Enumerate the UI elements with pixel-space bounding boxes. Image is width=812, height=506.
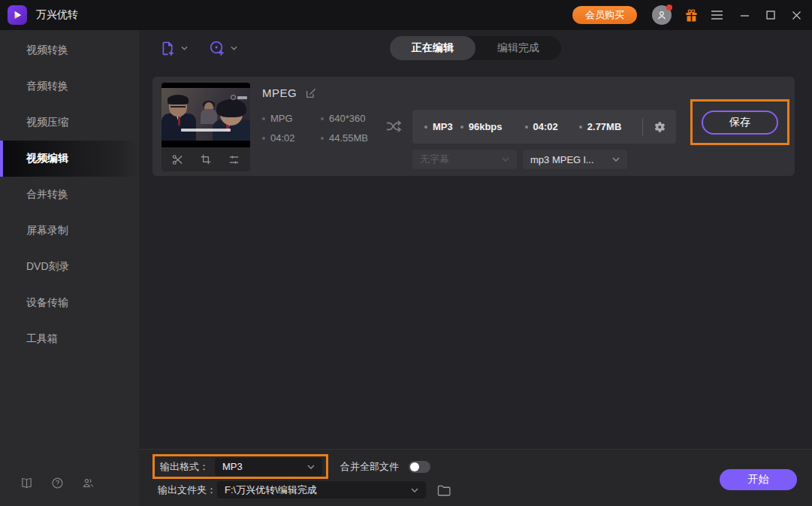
watermark-logo [231,95,247,100]
sidebar-nav: 视频转换 音频转换 视频压缩 视频编辑 合并转换 屏幕录制 DVD刻录 设备传输… [0,30,139,357]
output-folder-value: F:\万兴优转\编辑完成 [225,483,317,497]
sidebar-item-device-transfer[interactable]: 设备传输 [0,285,139,321]
add-file-button[interactable] [160,41,188,56]
source-size: 44.55MB [321,132,368,144]
app-window: 万兴优转 会员购买 视频转换 音频转换 [0,0,812,506]
effects-adjust-icon[interactable] [228,153,240,166]
chevron-down-icon [612,157,620,162]
user-icon [657,10,667,20]
sidebar-item-audio-convert[interactable]: 音频转换 [0,68,139,105]
thumbnail-scene [161,88,250,141]
convert-shuffle-icon [385,119,403,137]
output-format-label: 输出格式： [160,460,209,474]
main-panel: 正在编辑 编辑完成 [139,30,812,506]
thumbnail-subtitle [181,129,231,132]
save-highlight-annotation: 保存 [690,99,789,145]
account-avatar[interactable] [652,5,672,25]
app-logo-icon [8,5,27,25]
chevron-down-icon [307,465,315,469]
subtitle-dropdown[interactable]: 无字幕 [412,150,517,169]
edit-tools-row [161,147,250,171]
video-thumbnail [161,83,250,147]
source-format: MPG [262,113,321,124]
sidebar-item-toolbox[interactable]: 工具箱 [0,321,139,357]
open-folder-icon[interactable] [437,484,451,496]
crop-icon[interactable] [200,153,212,165]
sidebar-item-merge-convert[interactable]: 合并转换 [0,177,139,213]
tab-editing[interactable]: 正在编辑 [390,36,475,60]
notification-dot [666,5,672,11]
source-resolution: 640*360 [321,113,368,124]
source-info: MPG 640*360 04:02 44.55MB [262,113,368,144]
sidebar-footer [20,477,95,489]
sidebar-item-dvd-burn[interactable]: DVD刻录 [0,249,139,285]
output-duration: 04:02 [525,121,558,132]
guide-book-icon[interactable] [20,477,33,489]
source-duration: 04:02 [262,132,321,144]
footer-bar: 输出格式： MP3 合并全部文件 输出文件夹： F:\万兴优转\编辑完成 [139,449,812,506]
maximize-icon[interactable] [766,11,775,20]
merge-all-toggle[interactable] [409,461,430,473]
video-thumbnail-block [161,83,250,171]
sidebar-item-video-convert[interactable]: 视频转换 [0,32,139,68]
settings-gear-icon[interactable] [653,120,666,134]
hamburger-menu-icon[interactable] [711,10,723,20]
output-info-box: MP3 96kbps 04:02 2.77MB [412,110,676,144]
add-file-icon [160,41,176,56]
minimize-icon[interactable] [740,11,750,20]
add-dvd-button[interactable] [209,40,237,56]
sidebar: 视频转换 音频转换 视频压缩 视频编辑 合并转换 屏幕录制 DVD刻录 设备传输… [0,30,139,506]
subtitle-dropdown-value: 无字幕 [420,153,449,166]
output-folder-dropdown[interactable]: F:\万兴优转\编辑完成 [217,481,426,498]
toggle-knob [410,462,419,471]
save-button[interactable]: 保存 [702,111,778,135]
close-icon[interactable] [792,11,801,20]
chevron-down-icon [502,157,509,162]
file-title-row: MPEG [262,86,317,99]
sidebar-item-video-edit[interactable]: 视频编辑 [0,141,139,177]
output-format-dropdown[interactable]: MP3 [215,458,322,476]
chevron-down-icon [411,488,418,492]
output-format-value: MP3 [222,461,243,472]
output-folder-label: 输出文件夹： [158,483,216,497]
trim-scissors-icon[interactable] [171,153,184,166]
file-card: MPEG MPG 640*360 04:02 44.55MB MP3 [152,77,795,176]
sidebar-item-screen-record[interactable]: 屏幕录制 [0,213,139,249]
output-size: 2.77MB [579,121,622,132]
audio-format-dropdown-value: mp3 MPEG l... [530,154,594,165]
output-format-highlight-annotation: 输出格式： MP3 [152,454,328,479]
community-icon[interactable] [82,477,95,489]
file-format-title: MPEG [262,86,297,99]
editing-tabs: 正在编辑 编辑完成 [390,36,561,60]
audio-format-dropdown[interactable]: mp3 MPEG l... [523,150,627,169]
membership-buy-button[interactable]: 会员购买 [572,6,637,24]
merge-all-row: 合并全部文件 [340,454,430,479]
tab-edit-finished[interactable]: 编辑完成 [475,36,561,60]
titlebar: 万兴优转 会员购买 [0,0,812,30]
app-title: 万兴优转 [36,8,78,22]
help-icon[interactable] [51,477,64,489]
divider [642,118,643,136]
output-folder-row: 输出文件夹： F:\万兴优转\编辑完成 [158,481,451,498]
main-toolbar: 正在编辑 编辑完成 [139,30,812,66]
output-bitrate: 96kbps [460,121,503,132]
sidebar-item-video-compress[interactable]: 视频压缩 [0,105,139,141]
add-dvd-icon [209,40,225,56]
chevron-down-icon [231,46,237,50]
output-format: MP3 [424,121,453,132]
rename-edit-icon[interactable] [305,87,317,99]
merge-all-label: 合并全部文件 [340,460,399,474]
add-buttons-group [160,30,237,66]
gift-icon[interactable] [684,8,699,23]
start-button[interactable]: 开始 [720,469,797,490]
chevron-down-icon [181,46,188,50]
